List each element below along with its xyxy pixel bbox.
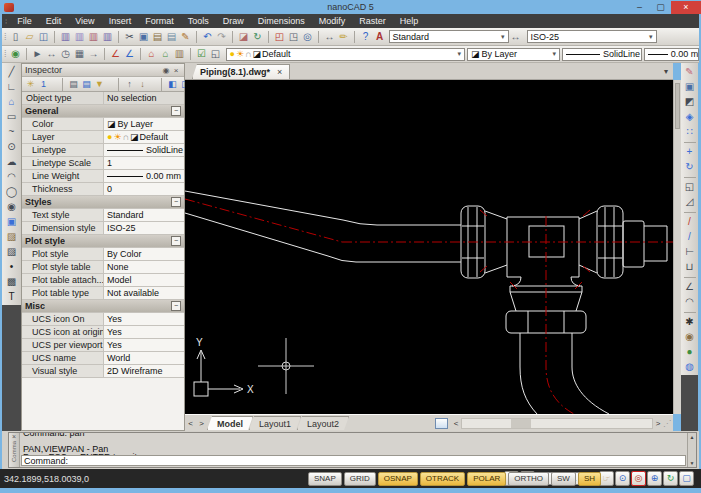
new-icon[interactable]: ▯	[9, 29, 23, 44]
linetype-select[interactable]: SolidLine	[562, 48, 642, 61]
zoom-icon[interactable]: ⊙	[615, 471, 630, 486]
stretch-icon[interactable]: ◿	[682, 194, 698, 209]
canvas-vertical-scrollbar[interactable]	[673, 80, 681, 414]
save-icon[interactable]: ◫	[37, 29, 51, 44]
mode-toggle-button[interactable]: ORTHO	[508, 472, 549, 486]
image-icon[interactable]: ▨	[4, 229, 20, 244]
property-row[interactable]: Dimension style ISO-25	[22, 222, 184, 235]
hatch-icon[interactable]: ▩	[4, 274, 20, 289]
eraser-icon[interactable]: ◪	[237, 29, 251, 44]
favorites-icon[interactable]: ✳	[24, 78, 37, 91]
property-row[interactable]: Misc	[22, 300, 184, 313]
quick-edit-icon[interactable]: ✏	[337, 29, 351, 44]
property-row[interactable]: Text style Standard	[22, 209, 184, 222]
polygon-icon[interactable]: ⌂	[4, 94, 20, 109]
help-icon[interactable]: ?	[359, 29, 373, 44]
property-row[interactable]: UCS icon at origin Yes	[22, 326, 184, 339]
redo-icon[interactable]: ↷	[215, 29, 229, 44]
text-style-select[interactable]: Standard	[389, 30, 509, 43]
scroll-right-icon[interactable]: >	[653, 419, 663, 428]
angle-red-icon[interactable]: ∠	[109, 47, 123, 62]
property-row[interactable]: Thickness 0	[22, 183, 184, 196]
zoom-window-icon[interactable]: ◎	[631, 471, 646, 486]
menu-item[interactable]: File	[10, 16, 39, 26]
cloud-icon[interactable]: ☁	[4, 154, 20, 169]
preview-icon[interactable]: ◱	[209, 47, 223, 62]
property-row[interactable]: Plot style By Color	[22, 248, 184, 261]
menu-item[interactable]: Tools	[181, 16, 216, 26]
rotate-icon[interactable]: ↻	[682, 159, 698, 174]
format-painter-icon[interactable]: ✎	[179, 29, 193, 44]
command-scrollbar[interactable]: ▲ ▼	[687, 433, 696, 467]
menu-item[interactable]: Dimensions	[251, 16, 312, 26]
array-icon[interactable]: ∷	[682, 124, 698, 139]
property-row[interactable]: Linetype SolidLine	[22, 144, 184, 157]
menu-item[interactable]: Modify	[312, 16, 353, 26]
mode-toggle-button[interactable]: POLAR	[467, 472, 506, 486]
color-select[interactable]: By Layer	[467, 48, 560, 61]
scale-icon[interactable]: ◱	[682, 179, 698, 194]
menu-item[interactable]: Edit	[39, 16, 69, 26]
menu-item[interactable]: Raster	[352, 16, 393, 26]
trim-icon[interactable]: /	[682, 214, 698, 229]
mirror-icon[interactable]: ◩	[682, 94, 698, 109]
zoom-extents-icon[interactable]: ◎	[301, 29, 315, 44]
drawing-canvas[interactable]: Y X	[185, 80, 673, 414]
property-row[interactable]: Line Weight 0.00 mm	[22, 170, 184, 183]
command-panel-tab[interactable]: × Comma	[9, 433, 20, 467]
filter-icon[interactable]: ▼	[93, 78, 106, 91]
property-row[interactable]: UCS icon On Yes	[22, 313, 184, 326]
text-style-icon[interactable]: A	[373, 29, 387, 44]
copy-to-icon[interactable]: ↑	[123, 78, 136, 91]
close-icon[interactable]: ×	[12, 433, 16, 441]
cut-icon[interactable]: ✂	[123, 29, 137, 44]
mode-toggle-button[interactable]: SNAP	[308, 472, 342, 486]
menu-item[interactable]: View	[68, 16, 101, 26]
property-row[interactable]: Linetype Scale 1	[22, 157, 184, 170]
splitter-icon[interactable]	[435, 418, 448, 429]
text-icon[interactable]: T	[4, 289, 20, 304]
ellipse-arc-icon[interactable]: ◉	[4, 199, 20, 214]
edit-icon[interactable]: ▤	[67, 78, 80, 91]
tab-scroll-left-icon[interactable]: <	[185, 419, 196, 428]
drawing-check-icon[interactable]: ☑	[195, 47, 209, 62]
zoom-window-icon[interactable]: ◰	[273, 29, 287, 44]
menu-item[interactable]: Help	[393, 16, 426, 26]
apply-icon[interactable]: ↓	[136, 78, 149, 91]
copy-icon[interactable]: ▣	[137, 29, 151, 44]
measure-icon[interactable]: ↔	[45, 47, 59, 62]
raster-icon[interactable]: ▨	[4, 244, 20, 259]
property-row[interactable]: UCS name World	[22, 352, 184, 365]
scroll-up-icon[interactable]: ▲	[690, 434, 695, 440]
property-row[interactable]: UCS per viewport Yes	[22, 339, 184, 352]
extend-icon[interactable]: /	[682, 229, 698, 244]
ellipse-icon[interactable]: ◯	[4, 184, 20, 199]
mode-toggle-button[interactable]: SH	[578, 472, 601, 486]
menu-item[interactable]: Format	[138, 16, 181, 26]
home-green-icon[interactable]: ⌂	[159, 47, 173, 62]
zoom-in-icon[interactable]: ⊕	[647, 471, 662, 486]
angle-blue-icon[interactable]: ∠	[123, 47, 137, 62]
fillet-icon[interactable]: ◠	[682, 294, 698, 309]
close-tab-icon[interactable]: ×	[277, 67, 282, 77]
tab-scroll-right-icon[interactable]: >	[196, 419, 207, 428]
erase-icon[interactable]: ✎	[682, 64, 698, 79]
arc-icon[interactable]: ◠	[4, 169, 20, 184]
spline-edit-icon[interactable]: ●	[682, 344, 698, 359]
settings-icon[interactable]: ▤	[80, 78, 93, 91]
layer-select[interactable]: ●☀∩◪ Default	[226, 48, 465, 61]
property-row[interactable]: Plot table type Not available	[22, 287, 184, 300]
count-icon[interactable]: 1	[37, 78, 50, 91]
line-icon[interactable]: ╱	[4, 64, 20, 79]
fullscreen-icon[interactable]: ▢	[679, 471, 694, 486]
layout-tab[interactable]: Model	[207, 416, 253, 430]
distance-icon[interactable]: ↔	[323, 29, 337, 44]
menu-item[interactable]: Insert	[102, 16, 139, 26]
lineweight-select[interactable]: 0.00 mm	[644, 48, 699, 61]
menu-item[interactable]: Draw	[216, 16, 251, 26]
pedit-icon[interactable]: ◉	[682, 329, 698, 344]
command-line[interactable]: Command: panPAN,VIEWPAN - PanPress ESC o…	[20, 433, 687, 467]
break-icon[interactable]: ⊢	[682, 244, 698, 259]
point-icon[interactable]: •	[4, 259, 20, 274]
property-row[interactable]: Color By Layer	[22, 118, 184, 131]
